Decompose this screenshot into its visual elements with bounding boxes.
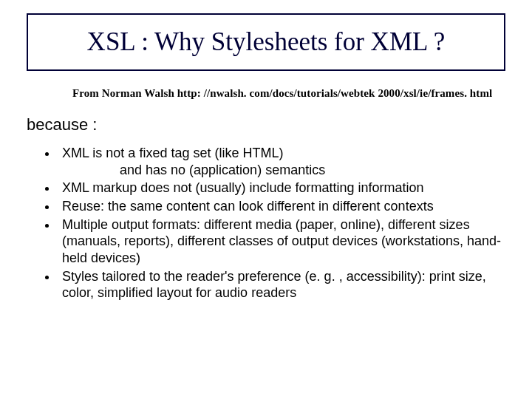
list-item: Multiple output formats: different media… [58, 216, 508, 267]
bullet-text: Multiple output formats: different media… [62, 217, 501, 265]
list-item: XML is not a fixed tag set (like HTML) a… [58, 145, 508, 178]
because-heading: because : [27, 115, 97, 134]
slide: XSL : Why Stylesheets for XML ? From Nor… [0, 0, 532, 399]
slide-title: XSL : Why Stylesheets for XML ? [87, 27, 446, 57]
title-box: XSL : Why Stylesheets for XML ? [27, 13, 505, 71]
source-prefix: From Norman Walsh [72, 87, 177, 99]
source-line: From Norman Walsh http: //nwalsh. com/do… [72, 87, 492, 100]
bullet-text: Reuse: the same content can look differe… [62, 199, 434, 214]
bullet-list: XML is not a fixed tag set (like HTML) a… [38, 145, 508, 303]
bullet-text: XML is not a fixed tag set (like HTML) [62, 146, 283, 160]
list-item: XML markup does not (usually) include fo… [58, 180, 508, 197]
bullet-text: XML markup does not (usually) include fo… [62, 180, 424, 195]
list-item: Reuse: the same content can look differe… [58, 198, 508, 215]
bullet-text: Styles tailored to the reader's preferen… [62, 269, 486, 301]
list-item: Styles tailored to the reader's preferen… [58, 268, 508, 301]
source-url: http: //nwalsh. com/docs/tutorials/webte… [177, 87, 493, 99]
bullet-subtext: and has no (application) semantics [62, 162, 508, 179]
